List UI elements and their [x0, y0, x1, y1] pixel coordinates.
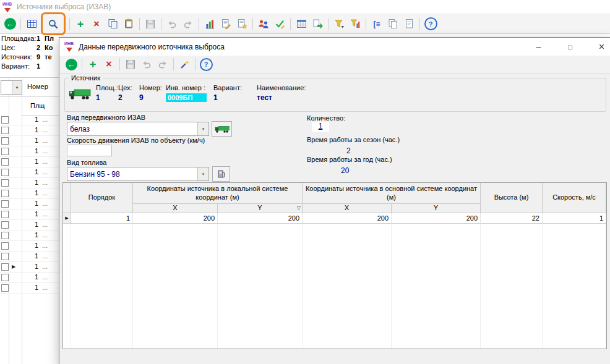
table-row[interactable]: 1 ...: [0, 136, 59, 146]
row-checkbox[interactable]: [1, 221, 9, 229]
dialog-add-button[interactable]: +: [85, 56, 101, 72]
table-row[interactable]: 1 ...: [0, 273, 59, 283]
table-row[interactable]: 1 ...: [0, 157, 59, 167]
chevron-down-icon[interactable]: ▼: [197, 167, 208, 180]
help-button[interactable]: ?: [423, 16, 439, 32]
column-header-height[interactable]: Высота (м): [481, 183, 543, 213]
pages-copy-button[interactable]: [385, 16, 401, 32]
row-checkbox[interactable]: [1, 253, 9, 260]
cell-speed[interactable]: 1: [543, 213, 606, 224]
table-row[interactable]: 1 ...: [0, 220, 59, 231]
table-edit-button[interactable]: [24, 16, 40, 32]
back-button[interactable]: ←: [2, 16, 18, 32]
column-group-main-coords[interactable]: Координаты источника в основной системе …: [303, 183, 481, 204]
report-edit-button[interactable]: [218, 16, 234, 32]
column-header-y-local[interactable]: Y▽: [218, 204, 303, 213]
save-button[interactable]: [142, 16, 158, 32]
subcolumn-header-plsch[interactable]: Плщ: [30, 102, 45, 109]
minimize-button[interactable]: ─: [525, 38, 552, 56]
view-source-data-button[interactable]: [45, 16, 61, 32]
table-row[interactable]: 1 ...: [0, 283, 59, 294]
table-row[interactable]: 1 ...: [0, 188, 59, 199]
row-checkbox[interactable]: [1, 137, 9, 145]
speed-input[interactable]: [67, 145, 112, 156]
row-checkbox[interactable]: [1, 274, 9, 281]
row-checkbox[interactable]: [1, 232, 9, 239]
season-hours-value[interactable]: 2: [346, 146, 351, 155]
table-row[interactable]: ▶ 1 ...: [0, 262, 59, 273]
row-checkbox[interactable]: [1, 179, 9, 187]
redo-button[interactable]: [180, 16, 196, 32]
cell-local-x[interactable]: 200: [133, 213, 218, 224]
fuel-type-combobox[interactable]: Бензин 95 - 98 ▼: [67, 167, 209, 181]
vehicle-type-combobox[interactable]: белаз ▼: [67, 122, 209, 136]
table-export-button[interactable]: [293, 16, 309, 32]
page-button[interactable]: [401, 16, 417, 32]
filter-chart-button[interactable]: [347, 16, 363, 32]
report-star-button[interactable]: [234, 16, 250, 32]
table-row[interactable]: 1 ...: [0, 167, 59, 178]
table-row[interactable]: 1 ...: [0, 231, 59, 241]
dialog-delete-button[interactable]: ×: [101, 56, 117, 72]
row-checkbox[interactable]: [1, 190, 9, 197]
dialog-titlebar[interactable]: ИНВ Данные передвижного источника выброс…: [59, 38, 610, 56]
row-checkbox[interactable]: [1, 158, 9, 166]
column-group-local-coords[interactable]: Координаты источника в локальной системе…: [133, 183, 303, 204]
maximize-button[interactable]: □: [556, 38, 584, 56]
row-checkbox[interactable]: [1, 116, 9, 124]
dialog-save-button[interactable]: [122, 56, 139, 72]
chart-button[interactable]: [202, 16, 218, 32]
verify-button[interactable]: [272, 16, 288, 32]
dialog-back-button[interactable]: ←: [63, 56, 79, 72]
table-row[interactable]: 1 ...: [0, 199, 59, 210]
table-row[interactable]: 1 ...: [0, 210, 59, 220]
row-checkbox[interactable]: [1, 169, 9, 176]
row-checkbox[interactable]: [1, 148, 9, 155]
cell-main-x[interactable]: 200: [303, 213, 392, 224]
cell-local-y[interactable]: 200: [218, 213, 303, 224]
column-header-x-local[interactable]: X: [133, 204, 218, 213]
row-checkbox[interactable]: [1, 284, 9, 292]
row-checkbox[interactable]: [1, 211, 9, 218]
paste-button[interactable]: [121, 16, 137, 32]
column-header-y-main[interactable]: Y: [392, 204, 481, 213]
table-row[interactable]: 1 ...: [0, 125, 59, 136]
undo-button[interactable]: [164, 16, 180, 32]
delete-button[interactable]: ×: [88, 16, 105, 32]
users-button[interactable]: [256, 16, 272, 32]
chevron-down-icon[interactable]: ▼: [197, 122, 208, 135]
table-row[interactable]: 1 ...: [0, 241, 59, 252]
column-header-speed[interactable]: Скорость, м/с: [543, 183, 606, 213]
cell-height[interactable]: 22: [481, 213, 543, 224]
exchange-button[interactable]: [309, 16, 325, 32]
add-button[interactable]: +: [72, 16, 88, 32]
row-checkbox[interactable]: [1, 263, 9, 271]
dialog-redo-button[interactable]: [155, 56, 171, 72]
copy-button[interactable]: [105, 16, 121, 32]
table-row[interactable]: 1 ...: [0, 115, 59, 125]
year-hours-value[interactable]: 20: [341, 166, 349, 175]
row-checkbox[interactable]: [1, 200, 9, 208]
sort-filter-icon[interactable]: ▽: [297, 205, 301, 211]
dialog-wizard-button[interactable]: [176, 56, 192, 72]
cell-order[interactable]: 1: [71, 213, 133, 224]
column-filter-dropdown[interactable]: ▼: [1, 80, 22, 95]
dialog-undo-button[interactable]: [139, 56, 155, 72]
fuel-picker-button[interactable]: [212, 166, 230, 182]
row-checkbox[interactable]: [1, 242, 9, 250]
table-row[interactable]: 1 ...: [0, 178, 59, 188]
row-checkbox[interactable]: [1, 127, 9, 134]
quantity-input[interactable]: 1: [312, 122, 329, 132]
table-row[interactable]: 1 ...: [0, 252, 59, 262]
dialog-help-button[interactable]: ?: [198, 56, 214, 72]
vehicle-picker-button[interactable]: [212, 121, 232, 137]
table-row[interactable]: 1 ...: [0, 146, 59, 157]
list-button[interactable]: [≡: [369, 16, 385, 32]
column-header-order[interactable]: Порядок: [71, 183, 133, 213]
inventory-number-input[interactable]: 0009БП: [166, 93, 207, 102]
column-header-x-main[interactable]: X: [303, 204, 392, 213]
column-header-number[interactable]: Номер: [27, 83, 48, 90]
cell-main-y[interactable]: 200: [392, 213, 481, 224]
close-button[interactable]: ×: [588, 38, 610, 56]
filter-button[interactable]: [331, 16, 347, 32]
